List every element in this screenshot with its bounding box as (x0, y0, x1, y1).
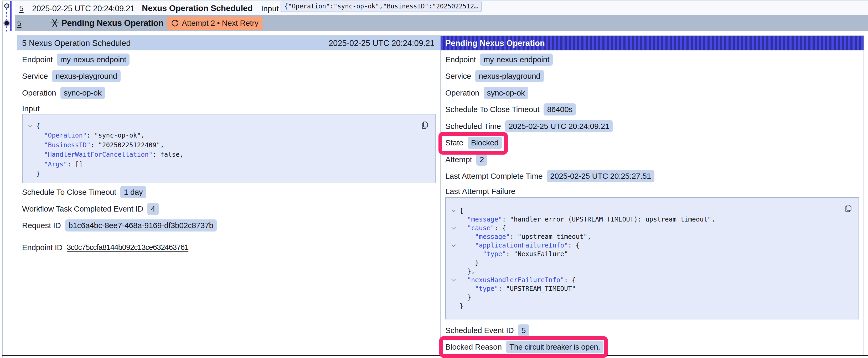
code-token: "nexusHandlerFailureInfo" (467, 276, 564, 284)
field-row-operation: Operation sync-op-ok (17, 85, 440, 101)
pending-row-id-link[interactable]: 5 (17, 19, 22, 28)
event-row-nexus-operation-scheduled[interactable]: 5 2025-02-25 UTC 20:24:09.21 Nexus Opera… (15, 1, 868, 15)
code-token: : (87, 131, 95, 139)
code-token (460, 233, 475, 240)
code-line: "type": "UPSTREAM_TIMEOUT" (446, 284, 859, 293)
state-highlight-annotation (438, 132, 508, 155)
event-detail-title: 5 Nexus Operation Scheduled (22, 39, 131, 48)
circle-outline-marker[interactable] (4, 3, 9, 8)
pending-operation-panel: Pending Nexus Operation Endpoint my-nexu… (440, 35, 864, 355)
endpoint-id-link[interactable]: 3c0c75ccfa8144b092c13ce632463761 (67, 243, 188, 252)
retry-attempt-badge: Attempt 2 • Next Retry (167, 17, 262, 30)
event-id-link[interactable]: 5 (19, 4, 24, 13)
field-label: Operation (445, 89, 479, 97)
code-token: : (91, 141, 98, 149)
field-label: Service (22, 72, 48, 80)
code-line: { (446, 206, 859, 215)
pending-operation-title: Pending Nexus Operation (445, 39, 545, 48)
field-label: Workflow Task Completed Event ID (22, 204, 143, 214)
event-detail-header: 5 Nexus Operation Scheduled 2025-02-25 U… (17, 36, 440, 51)
code-token: : (568, 241, 576, 249)
code-token: : (564, 276, 572, 284)
retry-badge-label: Attempt 2 • Next Retry (182, 19, 258, 28)
code-token: "type" (475, 285, 498, 292)
asterisk-icon (50, 18, 60, 28)
code-line: "Operation": "sync-op-ok", (23, 131, 435, 140)
code-token (460, 216, 467, 223)
code-token (36, 151, 44, 158)
temporal-event-history-view: 5 2025-02-25 UTC 20:24:09.21 Nexus Opera… (0, 0, 868, 358)
chevron-down-icon[interactable] (452, 243, 456, 247)
code-token: "HandlerWaitForCancellation" (44, 151, 153, 158)
code-token: : (502, 216, 510, 223)
chevron-down-icon[interactable] (29, 124, 32, 127)
active-event-indicator-bar (10, 1, 11, 31)
event-summary-key: Input (261, 4, 279, 13)
field-value-chip: my-nexus-endpoint (480, 54, 553, 66)
code-line: "message": "handler error (UPSTREAM_TIME… (446, 215, 859, 224)
code-token: : (498, 285, 506, 292)
code-line: "cause": { (446, 224, 859, 232)
code-token: "NexusFailure" (514, 250, 568, 258)
field-value-chip: 2025-02-25 UTC 20:24:09.21 (505, 120, 613, 132)
circle-filled-marker[interactable] (3, 20, 10, 27)
code-line: "applicationFailureInfo": { (446, 241, 859, 250)
code-line: }, (446, 267, 859, 275)
chevron-down-icon[interactable] (452, 278, 456, 281)
code-token (460, 224, 467, 232)
code-token: } (467, 293, 471, 301)
field-value-chip: 86400s (544, 103, 576, 116)
code-token: } (460, 302, 463, 310)
code-line: "message": "upstream timeout", (446, 232, 859, 241)
code-line: "Args": [] (23, 160, 435, 169)
code-token: [] (75, 160, 83, 168)
input-json-viewer: { "Operation": "sync-op-ok", "BusinessID… (22, 114, 436, 183)
code-token: : (67, 160, 75, 168)
code-token: { (502, 224, 506, 232)
code-line: "BusinessID": "20250225122409", (23, 140, 435, 150)
code-line: "nexusHandlerFailureInfo": { (446, 275, 859, 284)
last-attempt-failure-label: Last Attempt Failure (440, 186, 864, 197)
code-token: "upstream timeout", (518, 233, 591, 240)
code-token (460, 259, 475, 266)
code-token: } (36, 170, 40, 177)
field-label: Operation (22, 89, 56, 97)
field-row-workflow-task-completed-event-id: Workflow Task Completed Event ID 4 (17, 200, 440, 217)
event-type-title: Nexus Operation Scheduled (142, 3, 253, 13)
chevron-down-icon[interactable] (452, 226, 456, 229)
table-left-border (2, 1, 3, 357)
code-token: "cause" (467, 224, 494, 232)
field-row-endpoint: Endpoint my-nexus-endpoint (440, 51, 864, 68)
code-token: "type" (483, 250, 506, 258)
input-section-label: Input (17, 103, 440, 114)
code-token (36, 131, 44, 139)
code-line: } (446, 258, 859, 267)
code-token (460, 250, 483, 258)
field-label: Last Attempt Complete Time (445, 172, 542, 181)
event-detail-timestamp: 2025-02-25 UTC 20:24:09.21 (329, 39, 435, 48)
field-value-chip: 4 (147, 203, 158, 215)
field-row-request-id: Request ID b1c6a4bc-8ee7-468a-9169-df3b0… (17, 217, 440, 234)
pending-operation-header: Pending Nexus Operation (440, 36, 864, 51)
code-token: "message" (467, 216, 502, 223)
field-label: Endpoint (22, 55, 53, 64)
code-line: } (23, 169, 435, 179)
field-label: Endpoint ID (22, 243, 63, 252)
field-value-chip: b1c6a4bc-8ee7-468a-9169-df3b02c8737b (65, 220, 217, 231)
pending-nexus-operation-row[interactable]: 5 Pending Nexus Operation Attempt 2 • Ne… (15, 15, 868, 31)
code-line: "HandlerWaitForCancellation": false, (23, 150, 435, 160)
field-value-chip: my-nexus-endpoint (57, 54, 129, 66)
field-value-chip: sync-op-ok (60, 87, 105, 99)
field-label: Service (445, 72, 471, 80)
code-token (36, 160, 44, 168)
code-token: false, (160, 151, 184, 158)
code-token: : (153, 151, 160, 158)
field-label: Endpoint (445, 55, 476, 64)
field-label: Schedule To Close Timeout (22, 188, 116, 197)
code-token: "sync-op-ok", (94, 131, 145, 139)
chevron-down-icon[interactable] (452, 209, 456, 212)
field-row-endpoint: Endpoint my-nexus-endpoint (17, 51, 440, 68)
code-token: "message" (475, 233, 510, 240)
field-label: Attempt (445, 155, 472, 164)
event-timestamp: 2025-02-25 UTC 20:24:09.21 (32, 4, 134, 13)
